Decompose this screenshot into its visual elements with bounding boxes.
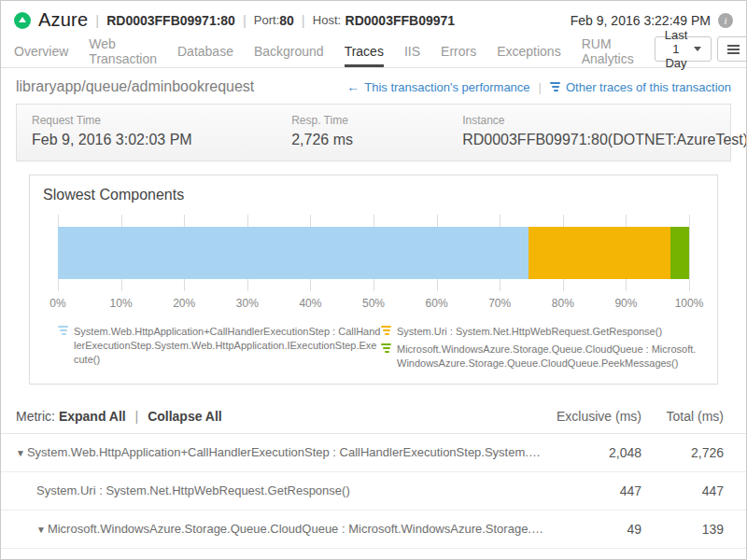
tab-web-transaction[interactable]: Web Transaction — [89, 35, 157, 67]
x-tick-label: 60% — [426, 297, 448, 310]
time-picker-label: Last 1 Day — [665, 28, 688, 70]
legend-item-2: Microsoft.WindowsAzure.Storage.Queue.Clo… — [381, 343, 704, 371]
nav-bar: OverviewWeb TransactionDatabaseBackgroun… — [1, 35, 746, 68]
tab-iis[interactable]: IIS — [404, 35, 420, 67]
tab-errors[interactable]: Errors — [441, 35, 476, 67]
metric-table: Metric: Expand All | Collapse All Exclus… — [1, 399, 746, 560]
transaction-link-other-traces[interactable]: Other traces of this transaction — [550, 80, 731, 94]
tab-database[interactable]: Database — [177, 35, 233, 67]
summary-field-label: Resp. Time — [291, 114, 462, 127]
tab-exceptions[interactable]: Exceptions — [497, 35, 560, 67]
host-value: RD0003FFB09971 — [345, 13, 456, 28]
metric-name-text: System.Uri : System.Net.HttpWebRequest.G… — [36, 483, 350, 497]
transaction-bar: libraryapp/queue/adminbookrequest ←This … — [1, 68, 746, 104]
header: Azure | RD0003FFB09971:80 | Port:80 | Ho… — [1, 1, 746, 35]
separator: | — [95, 12, 99, 28]
chart-title: Slowest Components — [30, 187, 717, 211]
stacked-bar-plot — [58, 215, 689, 291]
collapse-all-link[interactable]: Collapse All — [148, 409, 222, 424]
x-tick-label: 100% — [675, 297, 704, 310]
port-value: 80 — [279, 13, 294, 28]
exclusive-ms-value: 447 — [543, 483, 641, 498]
metric-name[interactable]: ▼System.Web.HttpApplication+CallHandlerE… — [16, 445, 543, 459]
transaction-name: libraryapp/queue/adminbookrequest — [16, 78, 254, 95]
collapse-triangle-icon[interactable]: ▼ — [36, 525, 46, 535]
legend-label: System.Web.HttpApplication+CallHandlerEx… — [74, 325, 381, 367]
trace-summary-panel: Request TimeFeb 9, 2016 3:02:03 PMResp. … — [16, 104, 731, 161]
metric-table-header: Metric: Expand All | Collapse All Exclus… — [1, 399, 746, 434]
total-ms-value: 139 — [641, 522, 724, 537]
x-tick-label: 0% — [49, 297, 65, 310]
separator: | — [135, 409, 139, 424]
expand-all-link[interactable]: Expand All — [59, 409, 126, 424]
chevron-down-icon — [694, 47, 701, 51]
exclusive-ms-value: 49 — [543, 522, 641, 537]
x-tick-label: 50% — [362, 297, 385, 310]
app-name: Azure — [38, 9, 88, 31]
x-tick-label: 10% — [110, 297, 133, 310]
legend-column-left: System.Web.HttpApplication+CallHandlerEx… — [58, 325, 381, 371]
left-arrow-icon: ← — [346, 79, 359, 94]
metric-name: System.Uri : System.Net.HttpWebRequest.G… — [16, 483, 543, 497]
x-axis: 0%10%20%30%40%50%60%70%80%90%100% — [58, 293, 689, 312]
app-status-icon — [14, 12, 31, 29]
gridline — [689, 215, 690, 291]
tab-overview[interactable]: Overview — [14, 35, 68, 67]
legend-label: System.Uri : System.Net.HttpWebRequest.G… — [397, 325, 662, 339]
summary-field-resp-time: Resp. Time2,726 ms — [291, 114, 462, 148]
table-row: ▼System.Web.HttpApplication+CallHandlerE… — [1, 434, 746, 472]
tab-rum-analytics[interactable]: RUM Analytics — [582, 35, 634, 67]
bar-segment-1 — [529, 227, 671, 279]
exclusive-ms-value: 2,048 — [543, 445, 641, 460]
column-header-exclusive: Exclusive (ms) — [543, 409, 641, 424]
menu-button[interactable] — [717, 36, 747, 62]
metric-label: Metric: — [16, 409, 55, 424]
tab-traces[interactable]: Traces — [345, 35, 384, 67]
legend-item-1: System.Uri : System.Net.HttpWebRequest.G… — [381, 325, 704, 339]
summary-field-value: RD0003FFB09971:80(DOTNET:AzureTest) — [462, 132, 715, 148]
bar-segment-2 — [670, 227, 689, 279]
separator: | — [243, 12, 247, 28]
current-timestamp: Feb 9, 2016 3:22:49 PM — [571, 13, 711, 28]
summary-field-label: Request Time — [32, 114, 291, 127]
x-tick-label: 90% — [614, 297, 637, 310]
time-picker-button[interactable]: Last 1 Day — [655, 36, 712, 62]
total-ms-value: 2,726 — [641, 445, 724, 460]
summary-field-instance: InstanceRD0003FFB09971:80(DOTNET:AzureTe… — [462, 114, 715, 148]
column-header-total: Total (ms) — [641, 409, 724, 424]
table-row: ▼Microsoft.WindowsAzure.Storage.Queue.Cl… — [1, 511, 746, 549]
x-tick-label: 70% — [488, 297, 511, 310]
collapse-triangle-icon[interactable]: ▼ — [16, 448, 25, 458]
legend-label: Microsoft.WindowsAzure.Storage.Queue.Clo… — [397, 343, 704, 371]
tab-background[interactable]: Background — [254, 35, 324, 67]
slowest-components-panel: Slowest Components 0%10%20%30%40%50%60%7… — [29, 175, 718, 385]
hamburger-icon — [727, 45, 740, 54]
host-label: Host: — [313, 13, 341, 27]
separator: | — [302, 12, 305, 28]
separator: | — [539, 80, 542, 94]
transaction-link-label: This transaction's performance — [364, 80, 529, 94]
total-ms-value: 447 — [641, 483, 724, 498]
trace-bars-icon — [550, 82, 561, 92]
trace-bars-icon — [58, 326, 69, 336]
table-row: System.Uri : System.Net.HttpWebRequest.G… — [1, 472, 746, 511]
app-window: Azure | RD0003FFB09971:80 | Port:80 | Ho… — [0, 0, 747, 560]
metric-table-body: ▼System.Web.HttpApplication+CallHandlerE… — [1, 434, 746, 560]
metric-name-text: Microsoft.WindowsAzure.Storage.Queue.Clo… — [48, 522, 543, 536]
info-icon[interactable]: i — [718, 13, 733, 28]
summary-field-value: Feb 9, 2016 3:02:03 PM — [32, 132, 291, 148]
trace-bars-icon — [381, 343, 392, 354]
summary-field-value: 2,726 ms — [291, 132, 462, 148]
metric-name-text: System.Web.HttpApplication+CallHandlerEx… — [27, 445, 543, 459]
legend-column-right: System.Uri : System.Net.HttpWebRequest.G… — [381, 325, 704, 371]
nav-tabs: OverviewWeb TransactionDatabaseBackgroun… — [14, 35, 655, 67]
x-tick-label: 40% — [299, 297, 321, 310]
instance-title: RD0003FFB09971:80 — [106, 13, 235, 28]
summary-field-label: Instance — [462, 114, 715, 127]
stacked-bar — [58, 227, 689, 279]
transaction-link-performance[interactable]: ←This transaction's performance — [346, 79, 529, 94]
transaction-links: ←This transaction's performance|Other tr… — [346, 79, 731, 94]
transaction-link-label: Other traces of this transaction — [566, 80, 731, 94]
metric-name[interactable]: ▼Microsoft.WindowsAzure.Storage.Queue.Cl… — [16, 522, 543, 536]
chart-legend: System.Web.HttpApplication+CallHandlerEx… — [30, 312, 717, 374]
